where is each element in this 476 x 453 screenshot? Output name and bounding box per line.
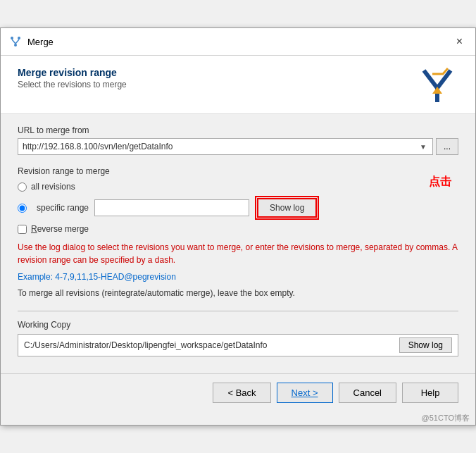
svg-point-1 xyxy=(18,37,20,39)
working-copy-label: Working Copy xyxy=(18,320,458,330)
svg-point-0 xyxy=(11,37,13,39)
back-button[interactable]: < Back xyxy=(213,383,270,403)
help-button[interactable]: Help xyxy=(402,383,458,403)
working-copy-show-log-button[interactable]: Show log xyxy=(399,337,452,353)
svg-marker-8 xyxy=(432,87,442,94)
title-bar-left: Merge xyxy=(9,35,54,48)
reverse-merge-row: Reverse merge xyxy=(18,224,458,234)
working-copy-path: C:/Users/Administrator/Desktop/lipengfei… xyxy=(24,340,394,350)
svg-line-4 xyxy=(15,39,19,44)
all-revisions-row: all revisions xyxy=(18,182,458,192)
specific-range-label[interactable]: specific range xyxy=(37,203,89,213)
browse-button[interactable]: ... xyxy=(436,138,458,155)
working-copy-row: C:/Users/Administrator/Desktop/lipengfei… xyxy=(18,334,458,356)
svg-point-2 xyxy=(14,44,17,46)
section-title: Merge revision range xyxy=(18,67,416,78)
example-text: Example: 4-7,9,11,15-HEAD@pegrevision xyxy=(18,272,458,282)
note-text: To merge all revisions (reintegrate/auto… xyxy=(18,287,458,299)
close-button[interactable]: × xyxy=(452,34,467,49)
cancel-button[interactable]: Cancel xyxy=(339,383,396,403)
svg-line-3 xyxy=(12,39,15,44)
button-bar: < Back Next > Cancel Help xyxy=(1,373,475,411)
merge-dialog: Merge × Merge revision range Select the … xyxy=(0,27,476,426)
reverse-merge-checkbox[interactable] xyxy=(18,225,27,234)
revision-label: Revision range to merge xyxy=(18,166,458,176)
specific-range-input[interactable] xyxy=(94,199,249,216)
url-row: http://192.168.8.100/svn/len/getDataInfo… xyxy=(18,138,458,155)
all-revisions-label[interactable]: all revisions xyxy=(31,182,75,192)
merge-logo-icon xyxy=(418,67,457,102)
merge-title-icon xyxy=(9,35,22,48)
click-annotation: 点击 xyxy=(429,175,451,190)
header-area: Merge revision range Select the revision… xyxy=(1,56,475,114)
header-text: Merge revision range Select the revision… xyxy=(18,67,416,89)
info-text: Use the log dialog to select the revisio… xyxy=(18,241,458,266)
url-value: http://192.168.8.100/svn/len/getDataInfo xyxy=(23,142,173,151)
specific-range-row: specific range Show log xyxy=(18,196,458,220)
specific-range-radio[interactable] xyxy=(18,204,27,213)
working-copy-section: Working Copy C:/Users/Administrator/Desk… xyxy=(18,320,458,356)
show-log-highlight: Show log xyxy=(255,196,319,220)
form-area: URL to merge from http://192.168.8.100/s… xyxy=(1,114,475,373)
section-subtitle: Select the revisions to merge xyxy=(18,80,416,89)
next-label: Next > xyxy=(292,387,318,398)
watermark: @51CTO博客 xyxy=(1,411,475,425)
combo-arrow-icon: ▼ xyxy=(418,143,428,151)
dialog-title: Merge xyxy=(27,37,54,47)
all-revisions-radio[interactable] xyxy=(18,182,27,192)
logo-area xyxy=(416,67,458,102)
url-combobox[interactable]: http://192.168.8.100/svn/len/getDataInfo… xyxy=(18,138,433,155)
url-label: URL to merge from xyxy=(18,125,458,135)
title-bar: Merge × xyxy=(1,28,475,56)
reverse-merge-label[interactable]: Reverse merge xyxy=(31,224,89,234)
revision-section: Revision range to merge 点击 all revisions… xyxy=(18,166,458,299)
divider xyxy=(18,311,458,311)
next-button[interactable]: Next > xyxy=(277,383,333,403)
show-log-button[interactable]: Show log xyxy=(257,198,317,218)
